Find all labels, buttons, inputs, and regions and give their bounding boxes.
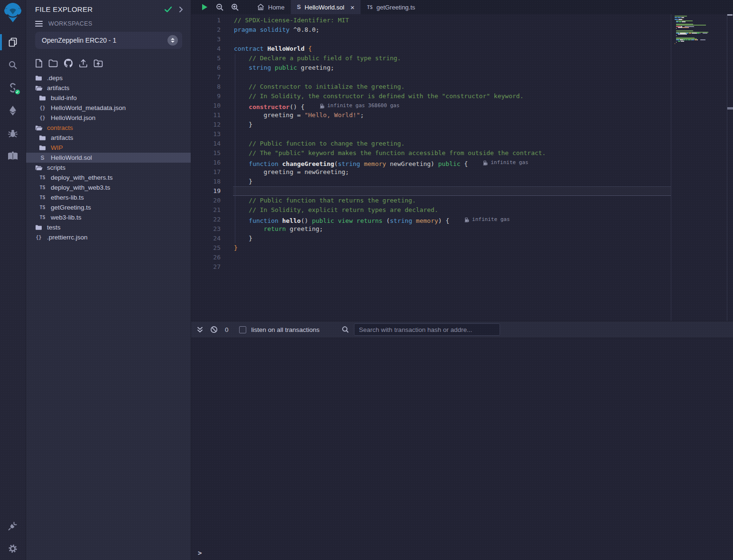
expand-panel-chevron-icon[interactable] <box>179 6 183 13</box>
line-number: 12 <box>191 120 221 129</box>
upload-file-icon[interactable] <box>79 59 88 68</box>
sidebar-icon-file-explorer[interactable] <box>0 31 26 54</box>
zoom-out-icon[interactable] <box>212 0 227 14</box>
tree-item-helloworld-sol[interactable]: SHelloWorld.sol <box>26 153 191 163</box>
code-line: return greeting; <box>234 224 671 234</box>
upload-folder-icon[interactable] <box>93 59 103 67</box>
sidebar-icon-learn[interactable] <box>0 145 26 167</box>
tree-item-deploy-with-web3-ts[interactable]: TSdeploy_with_web3.ts <box>26 183 191 193</box>
code-token: ; <box>360 111 364 119</box>
overview-ruler-cursor-marker <box>727 107 733 110</box>
tree-item--prettierrc-json[interactable]: {}.prettierrc.json <box>26 232 191 242</box>
sidebar-icon-debugger[interactable] <box>0 122 26 145</box>
sidebar-icon-plugin-manager[interactable] <box>0 514 26 537</box>
remix-ide-window: ✓ <box>0 0 733 560</box>
workspace-select[interactable]: OpenZeppelin ERC20 - 1 <box>35 32 182 49</box>
clone-github-icon[interactable] <box>64 58 73 68</box>
sidebar-icon-solidity-compiler[interactable]: ✓ <box>0 76 26 99</box>
minimap-line <box>675 45 716 46</box>
code-token: memory <box>416 217 438 224</box>
tree-item-wip[interactable]: WIP <box>26 143 191 153</box>
folder-closed-icon <box>35 224 43 230</box>
tab-helloworld-sol[interactable]: SHelloWorld.sol× <box>291 0 361 14</box>
terminal-output[interactable]: > <box>191 338 733 560</box>
tree-item-ethers-lib-ts[interactable]: TSethers-lib.ts <box>26 193 191 202</box>
gas-estimate-decoration: infinite gas <box>464 215 510 224</box>
tree-item-contracts[interactable]: contracts <box>26 123 191 133</box>
line-number: 15 <box>191 148 221 158</box>
line-number: 9 <box>191 92 221 101</box>
line-number: 3 <box>191 35 221 44</box>
zoom-in-icon[interactable] <box>227 0 242 14</box>
terminal-toolbar: 0 listen on all transactions <box>191 321 733 338</box>
sidebar-icon-settings[interactable] <box>0 537 26 560</box>
home-icon <box>257 4 264 10</box>
tree-item-label: HelloWorld_metadata.json <box>51 104 126 111</box>
tree-item-label: scripts <box>47 164 65 171</box>
workspaces-menu-icon[interactable] <box>35 21 43 27</box>
line-number: 26 <box>191 253 221 262</box>
code-line: // Declare a public field of type string… <box>234 54 671 63</box>
run-script-button[interactable] <box>197 0 212 14</box>
tree-item-artifacts[interactable]: artifacts <box>26 83 191 93</box>
code-editor[interactable]: 1234567891011121314151617181920212223242… <box>191 14 733 321</box>
code-line <box>234 73 671 82</box>
code-token <box>234 64 249 71</box>
folder-closed-icon <box>38 135 46 141</box>
tree-item-scripts[interactable]: scripts <box>26 163 191 173</box>
tab-home[interactable]: Home <box>251 0 291 14</box>
tree-item-helloworld-metadata-json[interactable]: {}HelloWorld_metadata.json <box>26 103 191 113</box>
listen-transactions-checkbox[interactable] <box>239 326 246 333</box>
tree-item-tests[interactable]: tests <box>26 222 191 232</box>
tree-item-helloworld-json[interactable]: {}HelloWorld.json <box>26 113 191 123</box>
code-token <box>278 160 282 167</box>
line-number: 16 <box>191 158 221 167</box>
tree-item-label: web3-lib.ts <box>51 214 82 221</box>
tree-item-artifacts[interactable]: artifacts <box>26 133 191 143</box>
scrollbar-slider[interactable] <box>727 14 733 16</box>
typescript-file-icon: TS <box>38 205 46 210</box>
clear-console-icon[interactable] <box>210 326 218 333</box>
line-number: 19 <box>191 186 221 196</box>
code-line: pragma solidity ^0.8.0; <box>234 25 671 35</box>
tree-item-label: WIP <box>51 144 63 151</box>
line-number: 6 <box>191 63 221 73</box>
tree-item-build-info[interactable]: build-info <box>26 93 191 103</box>
new-folder-icon[interactable] <box>48 59 58 67</box>
sidebar-icon-deploy-and-run[interactable] <box>0 99 26 122</box>
typescript-file-icon: TS <box>38 185 46 190</box>
file-explorer-toolbar <box>26 54 191 72</box>
code-token: return <box>264 225 286 232</box>
tab-getgreeting-ts[interactable]: TSgetGreeting.ts <box>361 0 421 14</box>
close-tab-icon[interactable]: × <box>351 4 355 11</box>
code-token: { <box>460 160 468 167</box>
code-content[interactable]: // SPDX-License-Identifier: MITpragma so… <box>234 16 671 272</box>
code-line: // Public function that returns the gree… <box>234 196 671 205</box>
code-token: () <box>301 217 312 224</box>
line-number: 11 <box>191 110 221 120</box>
tree-item-label: contracts <box>47 124 73 131</box>
sidebar-icon-search[interactable] <box>0 54 26 76</box>
new-file-icon[interactable] <box>35 59 43 68</box>
code-token: constructor <box>249 103 289 110</box>
compile-success-badge-icon: ✓ <box>14 89 21 95</box>
transaction-search-input[interactable] <box>354 323 500 336</box>
code-token: function <box>249 160 278 167</box>
code-token: // The "public" keyword makes the functi… <box>234 149 546 156</box>
code-token: ^0.8.0; <box>289 26 319 33</box>
remix-logo-icon[interactable] <box>2 1 24 24</box>
tree-item-web3-lib-ts[interactable]: TSweb3-lib.ts <box>26 212 191 222</box>
minimap[interactable] <box>675 16 716 46</box>
tree-item-deploy-with-ethers-ts[interactable]: TSdeploy_with_ethers.ts <box>26 173 191 183</box>
code-token: } <box>234 121 252 128</box>
confirm-check-icon[interactable] <box>164 6 172 13</box>
expand-terminal-icon[interactable] <box>196 326 204 333</box>
line-number: 14 <box>191 139 221 148</box>
tree-item--deps[interactable]: .deps <box>26 73 191 83</box>
code-token: ( <box>382 217 390 224</box>
code-token: } <box>234 235 252 242</box>
solidity-file-icon: S <box>38 155 46 161</box>
tree-item-getgreeting-ts[interactable]: TSgetGreeting.ts <box>26 202 191 212</box>
editor-controls <box>191 0 242 14</box>
tree-item-label: .deps <box>47 74 63 82</box>
